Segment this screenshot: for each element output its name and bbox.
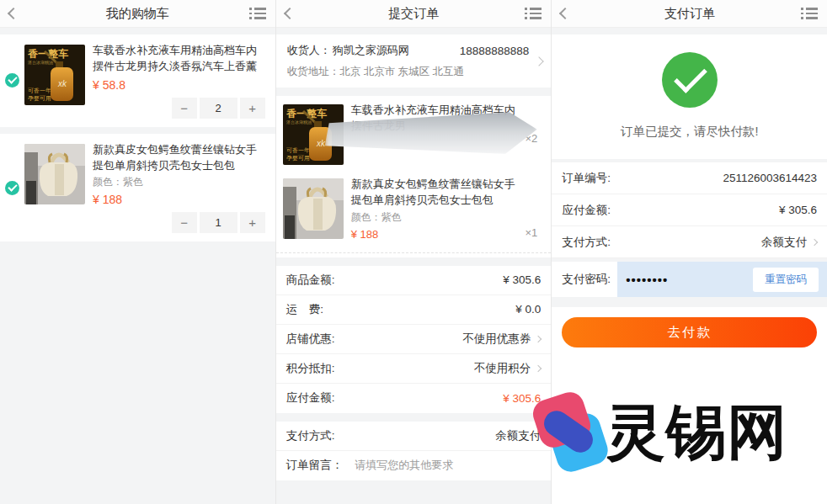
- list-menu-icon[interactable]: [249, 8, 266, 19]
- page-title: 提交订单: [388, 6, 439, 22]
- quantity-value: 1: [200, 212, 237, 233]
- product-image-perfume: 香一整车 湛台冰湖精油 xk 可香一年 孕婴可用: [283, 104, 344, 165]
- cart-item[interactable]: 香一整车 湛台冰湖精油 xk 可香一年 孕婴可用 车载香水补充液车用精油高档车内…: [0, 34, 275, 127]
- payment-message-card: 支付方式: 余额支付 订单留言： 请填写您的其他要求: [276, 422, 552, 480]
- back-icon[interactable]: [8, 8, 19, 19]
- order-summary-card: 商品金额: ¥ 305.6 运 费: ¥ 0.0 店铺优惠: 不使用优惠券 积分…: [276, 266, 552, 413]
- item-selected-check-icon[interactable]: [5, 73, 19, 88]
- product-image-handbag: [24, 144, 85, 204]
- summary-row-shipping-fee: 运 费: ¥ 0.0: [276, 295, 552, 325]
- password-input[interactable]: •••••••• 重置密码: [617, 262, 827, 297]
- item-selected-check-icon[interactable]: [5, 181, 19, 195]
- dashed-divider: [276, 252, 552, 257]
- order-number-row: 订单编号: 251126003614423: [552, 162, 827, 194]
- svg-text:孕婴可用: 孕婴可用: [286, 155, 310, 162]
- order-navbar: 提交订单: [276, 0, 552, 28]
- product-title: 车载香水补充液车用精油高档车内摆件古龙男: [351, 103, 516, 135]
- product-title: 车载香水补充液车用精油高档车内摆件古龙男持久淡香氛汽车上香薰: [93, 43, 265, 75]
- order-item[interactable]: 新款真皮女包鳄鱼纹蕾丝镶钻女手提包单肩斜挎贝壳包女士包包 颜色：紫色 ¥ 188…: [283, 177, 542, 252]
- list-menu-icon[interactable]: [801, 8, 818, 19]
- summary-row-amount-payable: 应付金额: ¥ 305.6: [276, 384, 552, 413]
- product-image-handbag: [283, 178, 344, 239]
- address-card[interactable]: 收货人： 狗凯之家源码网 18888888888 收货地址：北京 北京市 东城区…: [276, 34, 552, 88]
- chevron-right-icon: [535, 56, 544, 66]
- quantity-stepper: − 1 +: [93, 212, 265, 233]
- password-label: 支付密码:: [552, 262, 617, 297]
- item-quantity: ×2: [526, 132, 538, 145]
- svg-text:湛台冰湖精油: 湛台冰湖精油: [285, 119, 312, 125]
- page-title: 我的购物车: [106, 6, 169, 22]
- payment-method-row[interactable]: 支付方式: 余额支付: [276, 422, 552, 451]
- back-icon[interactable]: [284, 8, 296, 19]
- chevron-right-icon: [535, 364, 542, 371]
- receiver-label: 收货人：: [287, 43, 331, 58]
- quantity-stepper: − 2 +: [93, 98, 265, 119]
- password-dots: ••••••••: [626, 273, 668, 287]
- svg-text:可香一年: 可香一年: [28, 88, 51, 93]
- product-color: 颜色：紫色: [351, 210, 516, 225]
- product-price: ¥ 188: [93, 193, 265, 206]
- summary-row-points-deduction[interactable]: 积分抵扣: 不使用积分: [276, 354, 552, 384]
- payment-method-row[interactable]: 支付方式: 余额支付: [552, 226, 827, 258]
- order-message-input[interactable]: 请填写您的其他要求: [355, 458, 453, 473]
- order-items-card: 香一整车 湛台冰湖精油 xk 可香一年 孕婴可用 车载香水补充液车用精油高档车内…: [276, 96, 552, 257]
- page-title: 支付订单: [664, 6, 715, 22]
- svg-text:湛台冰湖精油: 湛台冰湖精油: [27, 60, 53, 66]
- order-message-row: 订单留言： 请填写您的其他要求: [276, 451, 552, 480]
- pay-button-section: 去付款: [552, 307, 827, 504]
- plus-button[interactable]: +: [240, 212, 265, 233]
- amount-payable-row: 应付金额: ¥ 305.6: [552, 194, 827, 226]
- svg-text:xk: xk: [316, 139, 326, 148]
- order-submitted-banner: 订单已提交，请尽快付款!: [552, 34, 827, 159]
- pay-info-card: 订单编号: 251126003614423 应付金额: ¥ 305.6 支付方式…: [552, 162, 827, 258]
- svg-text:xk: xk: [57, 79, 67, 88]
- item-quantity: ×1: [526, 226, 538, 239]
- order-item[interactable]: 香一整车 湛台冰湖精油 xk 可香一年 孕婴可用 车载香水补充液车用精油高档车内…: [283, 103, 542, 177]
- success-check-icon: [662, 52, 718, 108]
- chevron-right-icon: [535, 335, 542, 342]
- cart-navbar: 我的购物车: [0, 0, 275, 28]
- product-title: 新款真皮女包鳄鱼纹蕾丝镶钻女手提包单肩斜挎贝壳包女士包包: [351, 177, 516, 209]
- summary-row-shop-coupon[interactable]: 店铺优惠: 不使用优惠券: [276, 325, 552, 354]
- cart-item[interactable]: 新款真皮女包鳄鱼纹蕾丝镶钻女手提包单肩斜挎贝壳包女士包包 颜色：紫色 ¥ 188…: [0, 134, 275, 242]
- pay-password-row: 支付密码: •••••••• 重置密码: [552, 262, 827, 297]
- receiver-name: 狗凯之家源码网: [333, 43, 409, 58]
- chevron-right-icon: [811, 238, 818, 245]
- back-icon[interactable]: [559, 8, 571, 19]
- minus-button[interactable]: −: [172, 98, 197, 119]
- plus-button[interactable]: +: [240, 98, 265, 119]
- cart-screen: 我的购物车 香一整车 湛台冰湖精油 xk 可香一年 孕婴可用 车载香水补充液车用…: [0, 0, 275, 504]
- receiver-phone: 18888888888: [460, 45, 530, 57]
- submit-order-screen: 提交订单 收货人： 狗凯之家源码网 18888888888 收货地址：北京 北京…: [275, 0, 552, 504]
- product-color: 颜色：紫色: [93, 175, 265, 189]
- pay-order-screen: 支付订单 订单已提交，请尽快付款! 订单编号: 251126003614423 …: [551, 0, 827, 504]
- svg-text:可香一年: 可香一年: [286, 147, 310, 153]
- order-number: 251126003614423: [723, 172, 817, 184]
- go-pay-button[interactable]: 去付款: [562, 317, 817, 347]
- summary-row-goods-amount: 商品金额: ¥ 305.6: [276, 266, 552, 295]
- quantity-value: 2: [200, 98, 237, 119]
- minus-button[interactable]: −: [172, 212, 197, 233]
- success-message: 订单已提交，请尽快付款!: [552, 124, 827, 140]
- product-price: ¥ 188: [351, 228, 516, 241]
- receiver-address: 收货地址：北京 北京市 东城区 北互通: [287, 65, 530, 79]
- list-menu-icon[interactable]: [525, 8, 542, 19]
- product-title: 新款真皮女包鳄鱼纹蕾丝镶钻女手提包单肩斜挎贝壳包女士包包: [93, 142, 265, 174]
- product-price: ¥ 58.8: [93, 78, 265, 92]
- product-image-perfume: 香一整车 湛台冰湖精油 xk 可香一年 孕婴可用: [24, 45, 85, 105]
- reset-password-button[interactable]: 重置密码: [753, 268, 819, 292]
- svg-text:孕婴可用: 孕婴可用: [28, 95, 51, 102]
- pay-navbar: 支付订单: [552, 0, 827, 28]
